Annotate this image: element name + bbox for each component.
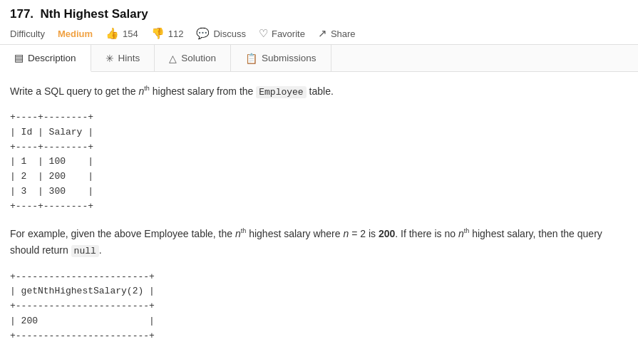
- solution-tab-icon: △: [169, 53, 177, 64]
- submissions-tab-icon: 📋: [245, 53, 257, 64]
- thumbs-up-count: 154: [123, 28, 138, 39]
- problem-description: Write a SQL query to get the nth highest…: [10, 83, 628, 100]
- content-area: Write a SQL query to get the nth highest…: [0, 72, 638, 364]
- tab-solution[interactable]: △ Solution: [155, 45, 231, 71]
- description-tab-icon: ▤: [14, 52, 24, 63]
- share-label: Share: [331, 28, 356, 39]
- problem-number: 177.: [10, 7, 34, 21]
- favorite-button[interactable]: ♡ Favorite: [259, 27, 305, 40]
- tab-submissions[interactable]: 📋 Submissions: [231, 45, 331, 71]
- share-button[interactable]: ↗ Share: [318, 27, 356, 40]
- problem-title: 177. Nth Highest Salary: [10, 7, 628, 21]
- thumbs-up-button[interactable]: 👍 154: [106, 27, 138, 40]
- thumbs-down-count: 112: [168, 28, 184, 39]
- favorite-label: Favorite: [272, 28, 305, 39]
- difficulty-badge: Medium: [58, 28, 93, 39]
- discuss-label: Discuss: [213, 28, 246, 39]
- result-table-code: +------------------------+ | getNthHighe…: [10, 270, 628, 344]
- thumbs-down-icon: 👎: [151, 27, 165, 40]
- discuss-icon: 💬: [196, 27, 210, 40]
- tab-hints[interactable]: ✳ Hints: [91, 45, 155, 71]
- problem-name: Nth Highest Salary: [41, 7, 148, 21]
- description-tab-label: Description: [28, 53, 76, 63]
- solution-tab-label: Solution: [181, 53, 216, 63]
- tabs-bar: ▤ Description ✳ Hints △ Solution 📋 Submi…: [0, 44, 638, 72]
- hints-tab-icon: ✳: [106, 53, 114, 64]
- tab-description[interactable]: ▤ Description: [0, 45, 91, 72]
- example-text: For example, given the above Employee ta…: [10, 226, 628, 260]
- share-icon: ↗: [318, 27, 327, 40]
- meta-row: Difficulty Medium 👍 154 👎 112 💬 Discuss …: [10, 27, 628, 40]
- favorite-icon: ♡: [259, 27, 268, 40]
- difficulty-label: Difficulty: [10, 28, 45, 39]
- discuss-button[interactable]: 💬 Discuss: [196, 27, 246, 40]
- hints-tab-label: Hints: [118, 53, 140, 63]
- page-header: 177. Nth Highest Salary Difficulty Mediu…: [0, 0, 638, 44]
- thumbs-up-icon: 👍: [106, 27, 119, 40]
- submissions-tab-label: Submissions: [262, 53, 317, 63]
- thumbs-down-button[interactable]: 👎 112: [151, 27, 184, 40]
- employee-table-code: +----+--------+ | Id | Salary | +----+--…: [10, 110, 628, 214]
